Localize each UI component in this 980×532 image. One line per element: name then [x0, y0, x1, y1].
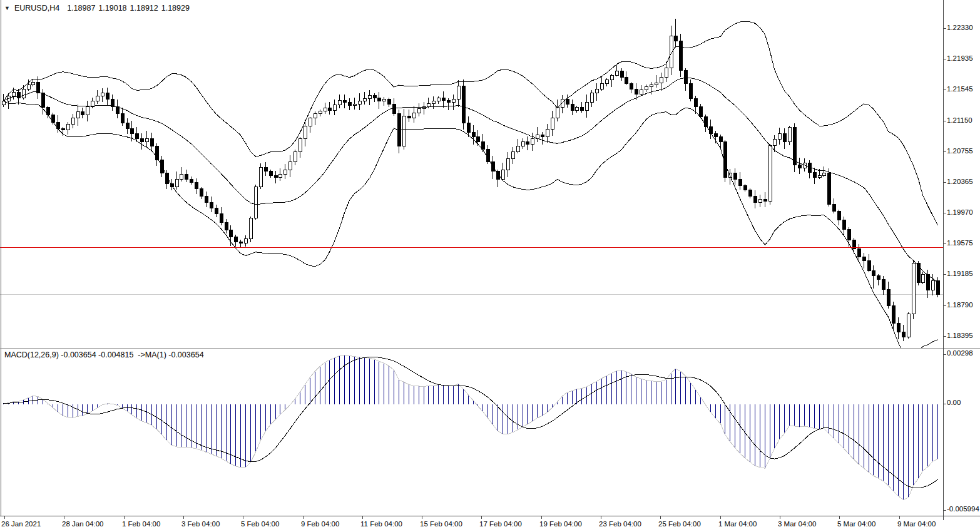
time-axis-label: 25 Feb 04:00	[658, 520, 701, 528]
time-axis-label: 9 Feb 04:00	[301, 520, 339, 528]
symbol-quote-overlay: ▼EURUSD,H41.189871.190181.189121.18929	[4, 4, 193, 13]
time-axis-label: 23 Feb 04:00	[599, 520, 641, 528]
price-axis-label: 1.21545	[947, 85, 973, 93]
chart-canvas[interactable]	[0, 0, 980, 532]
macd-axis-label: -0.005994	[947, 505, 979, 513]
price-axis-label: 1.20755	[947, 147, 973, 155]
time-axis-label: 5 Feb 04:00	[241, 520, 279, 528]
price-axis-label: 1.18395	[947, 332, 973, 339]
quote-open: 1.18987	[67, 4, 95, 13]
price-axis-label: 1.19575	[947, 239, 973, 247]
time-axis[interactable]: 26 Jan 202128 Jan 04:001 Feb 04:003 Feb …	[0, 517, 980, 532]
price-axis-label: 1.18790	[947, 301, 973, 309]
quote-high: 1.19018	[98, 4, 126, 13]
price-axis-label: 1.19970	[947, 208, 973, 216]
macd-indicator-label: MACD(12,26,9) -0.003654 -0.004815 ->MA(1…	[4, 350, 204, 359]
symbol-period-label: EURUSD,H4	[14, 4, 59, 13]
time-axis-label: 26 Jan 2021	[1, 520, 41, 528]
time-axis-label: 28 Jan 04:00	[62, 520, 104, 528]
price-axis-label: 1.19185	[947, 270, 973, 277]
symbol-dropdown-icon: ▼	[4, 5, 10, 11]
quote-low: 1.18912	[130, 4, 158, 13]
time-axis-label: 3 Mar 04:00	[778, 520, 816, 528]
price-axis[interactable]: 1.19526 1.18929 1.223301.219351.215451.2…	[943, 0, 980, 516]
time-axis-label: 11 Feb 04:00	[360, 520, 402, 528]
trading-chart-window: ▼EURUSD,H41.189871.190181.189121.18929 M…	[0, 0, 980, 532]
price-axis-label: 1.21150	[947, 116, 972, 124]
time-axis-label: 19 Feb 04:00	[539, 520, 582, 528]
time-axis-label: 15 Feb 04:00	[420, 520, 462, 528]
macd-axis-label: 0.00298	[947, 349, 973, 357]
time-axis-label: 17 Feb 04:00	[479, 520, 522, 528]
current-price-tag: 1.18929	[944, 289, 980, 299]
price-axis-label: 1.20365	[947, 178, 973, 185]
time-axis-label: 3 Feb 04:00	[181, 520, 220, 528]
time-axis-label: 1 Mar 04:00	[718, 520, 757, 528]
macd-axis-label: 0.00	[947, 399, 961, 406]
price-axis-label: 1.22330	[947, 24, 973, 31]
time-axis-label: 5 Mar 04:00	[837, 520, 875, 528]
time-axis-label: 9 Mar 04:00	[897, 520, 936, 528]
price-axis-label: 1.21935	[947, 54, 973, 62]
quote-close: 1.18929	[161, 4, 190, 13]
time-axis-label: 1 Feb 04:00	[122, 520, 160, 528]
